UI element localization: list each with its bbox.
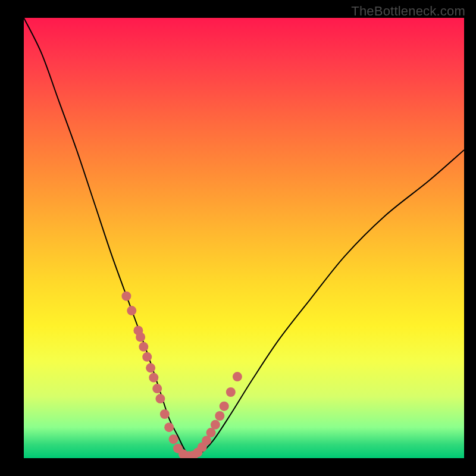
highlight-dot: [152, 384, 162, 393]
highlight-dot: [139, 342, 148, 352]
highlight-dot: [164, 422, 174, 432]
highlight-dot: [136, 333, 145, 342]
highlight-dot: [155, 394, 165, 403]
highlight-dot: [226, 387, 236, 397]
bottleneck-curve: [24, 18, 464, 456]
plot-area: [24, 18, 464, 458]
curve-layer: [24, 18, 464, 458]
highlight-dots: [121, 292, 242, 458]
highlight-dot: [146, 363, 155, 372]
highlight-dot: [220, 402, 229, 411]
highlight-dot: [121, 292, 131, 301]
highlight-dot: [215, 411, 224, 421]
highlight-dot: [142, 352, 152, 362]
highlight-dot: [149, 373, 158, 383]
highlight-dot: [169, 434, 178, 444]
chart-frame: TheBottleneck.com: [0, 0, 476, 476]
watermark-text: TheBottleneck.com: [351, 4, 465, 19]
highlight-dot: [211, 420, 220, 430]
highlight-dot: [160, 409, 170, 419]
highlight-dot: [127, 306, 136, 315]
highlight-dot: [233, 372, 242, 381]
